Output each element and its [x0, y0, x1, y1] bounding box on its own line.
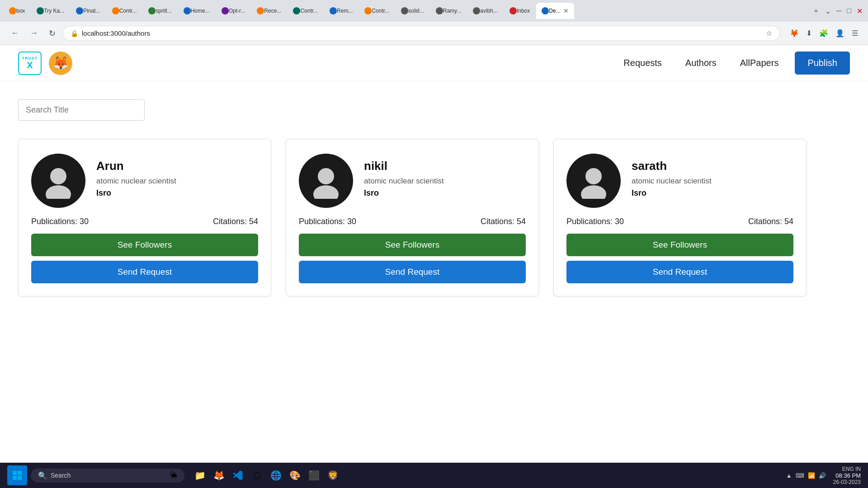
start-button[interactable]: [7, 465, 27, 485]
authors-link[interactable]: Authors: [678, 54, 724, 72]
taskbar-app2-icon[interactable]: 🎨: [287, 467, 303, 483]
tab-11[interactable]: Contr...: [359, 3, 395, 19]
author-field-1: atomic nuclear scientist: [96, 177, 258, 186]
tab-8[interactable]: Rece...: [251, 3, 287, 19]
see-followers-button-1[interactable]: See Followers: [31, 234, 258, 256]
author-stats-3: Publications: 30 Citations: 54: [566, 217, 793, 226]
taskbar-firefox-icon[interactable]: 🦊: [211, 467, 227, 483]
send-request-button-1[interactable]: Send Request: [31, 261, 258, 283]
taskbar: 🔍 Search 🌦 📁 🦊 ⬡ 🌐 🎨 ⬛ 🦁 ▲ ⌨ 📶 🔊 ENG IN …: [0, 463, 868, 488]
author-info-1: Arun atomic nuclear scientist Isro: [96, 154, 258, 198]
search-input[interactable]: [18, 99, 145, 121]
author-org-2: Isro: [364, 188, 526, 198]
tab-4[interactable]: Contr...: [107, 3, 142, 19]
requests-link[interactable]: Requests: [616, 54, 669, 72]
taskbar-keyboard-icon[interactable]: ⌨: [796, 472, 804, 479]
author-citations-2: Citations: 54: [481, 217, 526, 226]
taskbar-sys-icons: ▲ ⌨ 📶 🔊: [786, 472, 826, 479]
trust-logo-text: TRUST X: [22, 56, 38, 70]
tab-search-button[interactable]: ⌄: [823, 5, 833, 17]
author-citations-3: Citations: 54: [748, 217, 793, 226]
author-stats-2: Publications: 30 Citations: 54: [299, 217, 526, 226]
tab-2[interactable]: Try Ka...: [31, 3, 70, 19]
svg-point-4: [585, 168, 602, 184]
author-publications-3: Publications: 30: [566, 217, 624, 226]
see-followers-button-2[interactable]: See Followers: [299, 234, 526, 256]
taskbar-unity-icon[interactable]: ⬡: [249, 467, 265, 483]
tab-favicon-active: [542, 7, 549, 14]
extensions-icon[interactable]: 🧩: [816, 27, 831, 39]
tab-5[interactable]: spritl...: [143, 3, 177, 19]
close-window-button[interactable]: ✕: [855, 5, 864, 17]
tab-favicon-2: [37, 7, 44, 14]
taskbar-terminal-icon[interactable]: ⬛: [306, 467, 322, 483]
tab-label-10: Rem...: [337, 8, 353, 14]
svg-rect-8: [13, 476, 17, 480]
author-publications-1: Publications: 30: [31, 217, 89, 226]
see-followers-button-3[interactable]: See Followers: [566, 234, 793, 256]
menu-icon[interactable]: ☰: [849, 27, 861, 39]
author-info-2: nikil atomic nuclear scientist Isro: [364, 154, 526, 198]
taskbar-vscode-icon[interactable]: [230, 467, 246, 483]
taskbar-search[interactable]: 🔍 Search 🌦: [31, 469, 184, 483]
tab-9[interactable]: Contr...: [288, 3, 323, 19]
taskbar-date-display: 26-03-2023: [833, 479, 861, 485]
tab-close-icon[interactable]: ✕: [563, 7, 569, 14]
tab-14[interactable]: avibh...: [467, 3, 503, 19]
star-icon[interactable]: ☆: [766, 29, 772, 38]
author-avatar-2: [299, 154, 353, 208]
taskbar-app1-icon[interactable]: 🌐: [268, 467, 284, 483]
tab-label-12: solid...: [408, 8, 424, 14]
send-request-button-2[interactable]: Send Request: [299, 261, 526, 283]
tab-active[interactable]: De... ✕: [536, 3, 574, 19]
new-tab-button[interactable]: ＋: [811, 5, 821, 18]
tab-favicon-7: [222, 7, 229, 14]
tab-inbox[interactable]: Inbox: [504, 3, 535, 19]
tab-bar: box Try Ka... Pinat... Contr... spritl..…: [0, 0, 868, 22]
tab-13[interactable]: Ramy...: [430, 3, 467, 19]
url-input[interactable]: [82, 29, 762, 37]
tab-favicon-3: [76, 7, 83, 14]
taskbar-network-icon[interactable]: 📶: [808, 472, 815, 479]
profile-icon[interactable]: 👤: [833, 27, 847, 39]
taskbar-up-arrow-icon[interactable]: ▲: [786, 472, 792, 479]
tab-label-7: Opt-r...: [229, 8, 245, 14]
author-avatar-3: [566, 154, 621, 208]
publish-button[interactable]: Publish: [795, 52, 850, 75]
address-bar[interactable]: 🔒 ☆: [63, 26, 780, 41]
taskbar-volume-icon[interactable]: 🔊: [819, 472, 826, 479]
tab-6[interactable]: Home...: [178, 3, 215, 19]
app-navbar-left: TRUST X 🦊: [18, 52, 72, 75]
taskbar-right: ▲ ⌨ 📶 🔊 ENG IN 08:36 PM 26-03-2023: [786, 466, 861, 485]
reload-button[interactable]: ↻: [45, 27, 59, 40]
firefox-button[interactable]: 🦊: [787, 27, 802, 39]
taskbar-folder-icon[interactable]: 📁: [192, 467, 208, 483]
browser-chrome: box Try Ka... Pinat... Contr... spritl..…: [0, 0, 868, 45]
tab-favicon-13: [436, 7, 443, 14]
taskbar-weather-icon: 🌦: [170, 471, 177, 479]
author-org-1: Isro: [96, 188, 258, 198]
author-name-1: Arun: [96, 159, 258, 173]
back-button[interactable]: ←: [7, 27, 23, 40]
send-request-button-3[interactable]: Send Request: [566, 261, 793, 283]
tab-12[interactable]: solid...: [396, 3, 429, 19]
author-citations-1: Citations: 54: [213, 217, 258, 226]
forward-button[interactable]: →: [26, 27, 42, 40]
svg-point-5: [581, 185, 606, 199]
tab-label-2: Try Ka...: [44, 8, 64, 14]
tab-3[interactable]: Pinat...: [71, 3, 105, 19]
tab-7[interactable]: Opt-r...: [216, 3, 251, 19]
author-stats-1: Publications: 30 Citations: 54: [31, 217, 258, 226]
authors-grid: Arun atomic nuclear scientist Isro Publi…: [0, 130, 868, 314]
tab-1[interactable]: box: [4, 3, 30, 19]
tab-favicon-10: [330, 7, 337, 14]
taskbar-app3-icon[interactable]: 🦁: [325, 467, 341, 483]
author-info-3: sarath atomic nuclear scientist Isro: [632, 154, 793, 198]
allpapers-link[interactable]: AllPapers: [733, 54, 786, 72]
minimize-button[interactable]: ─: [835, 5, 843, 17]
maximize-button[interactable]: □: [845, 5, 853, 17]
tab-10[interactable]: Rem...: [324, 3, 358, 19]
tab-label-14: avibh...: [480, 8, 498, 14]
download-icon[interactable]: ⬇: [803, 27, 815, 39]
tab-label-3: Pinat...: [83, 8, 100, 14]
